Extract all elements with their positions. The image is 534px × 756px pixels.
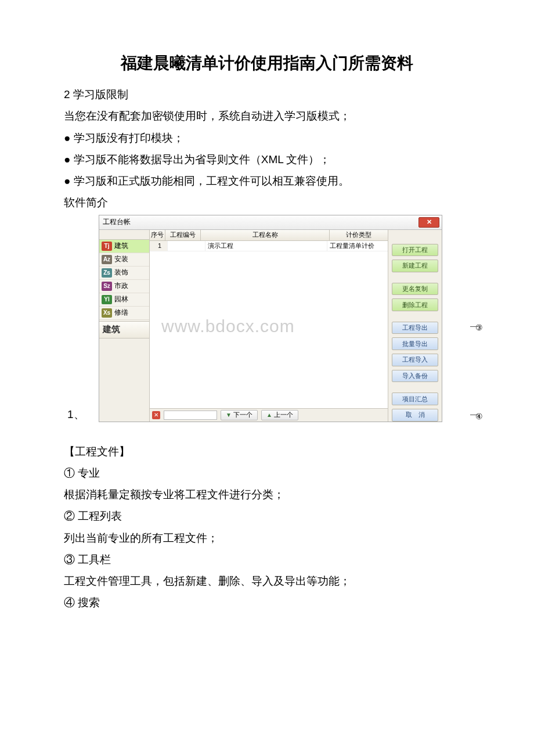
sidebar-current-category: 建筑 <box>99 321 149 339</box>
callout-line <box>470 415 478 415</box>
open-project-button[interactable]: 打开工程 <box>392 244 438 257</box>
category-icon: Zs <box>102 268 112 278</box>
next-button[interactable]: ▼ 下一个 <box>221 410 258 420</box>
close-icon: ✕ <box>427 218 432 226</box>
titlebar: 工程台帐 ✕ <box>99 215 442 230</box>
cell-code <box>168 241 205 251</box>
sidebar-item-label: 市政 <box>114 281 128 291</box>
table-row[interactable]: 1 演示工程 工程量清单计价 <box>150 241 388 251</box>
category-icon: Az <box>102 255 112 264</box>
bullet: ● 学习版不能将数据导出为省导则文件（XML 文件）； <box>64 150 470 169</box>
callout-4: ④ <box>475 412 483 421</box>
category-icon: Xs <box>102 308 112 318</box>
project-list-panel: 序号 工程编号 工程名称 计价类型 1 演示工程 工程量清单计价 www.bdo… <box>150 230 388 422</box>
arrow-up-icon: ▲ <box>266 412 272 418</box>
paragraph: 列出当前专业的所有工程文件； <box>64 528 470 548</box>
sidebar-item-repair[interactable]: Xs 修缮 <box>99 307 149 320</box>
sidebar-item-label: 装饰 <box>114 268 128 278</box>
button-label: 下一个 <box>233 411 252 419</box>
sidebar-item-label: 园林 <box>114 294 128 304</box>
sidebar-item-garden[interactable]: Yl 园林 <box>99 293 149 307</box>
section-heading: 软件简介 <box>64 193 470 212</box>
arrow-down-icon: ▼ <box>226 412 232 418</box>
category-icon: Sz <box>102 282 112 291</box>
new-project-button[interactable]: 新建工程 <box>392 260 438 272</box>
sidebar-item-label: 建筑 <box>114 241 128 251</box>
sidebar-item-municipal[interactable]: Sz 市政 <box>99 280 149 293</box>
batch-export-button[interactable]: 批量导出 <box>392 337 438 350</box>
cell-index: 1 <box>150 241 168 251</box>
cell-name: 演示工程 <box>205 241 327 251</box>
bullet: ● 学习版没有打印模块； <box>64 128 470 147</box>
watermark: www.bdocx.com <box>161 316 295 336</box>
callout-label: ② 工程列表 <box>64 506 470 525</box>
delete-project-button[interactable]: 删除工程 <box>392 298 438 311</box>
callout-label: ④ 搜索 <box>64 593 470 612</box>
export-project-button[interactable]: 工程导出 <box>392 322 438 334</box>
col-header-type[interactable]: 计价类型 <box>330 230 388 240</box>
search-input[interactable] <box>164 411 217 420</box>
category-sidebar: Tj 建筑 Az 安装 Zs 装饰 Sz 市政 <box>99 230 150 422</box>
paragraph: 当您在没有配套加密锁使用时，系统自动进入学习版模式； <box>64 106 470 125</box>
paragraph: 根据消耗量定额按专业将工程文件进行分类； <box>64 485 470 504</box>
col-header-code[interactable]: 工程编号 <box>165 230 201 240</box>
figure-number: 1、 <box>67 407 85 422</box>
import-backup-button[interactable]: 导入备份 <box>392 370 438 383</box>
bullet: ● 学习版和正式版功能相同，工程文件可以相互兼容使用。 <box>64 171 470 190</box>
project-summary-button[interactable]: 项目汇总 <box>392 393 438 405</box>
rename-copy-button[interactable]: 更名复制 <box>392 283 438 296</box>
button-label: 上一个 <box>274 411 293 419</box>
section-heading: 【工程文件】 <box>64 442 470 461</box>
sidebar-item-label: 修缮 <box>114 308 128 318</box>
sidebar-item-label: 安装 <box>114 254 128 264</box>
sidebar-item-install[interactable]: Az 安装 <box>99 253 149 267</box>
app-window: 工程台帐 ✕ Tj 建筑 Az 安装 <box>99 215 442 422</box>
col-header-name[interactable]: 工程名称 <box>201 230 330 240</box>
sidebar-item-decoration[interactable]: Zs 装饰 <box>99 267 149 280</box>
clear-search-button[interactable]: ✕ <box>152 411 160 419</box>
col-header-index[interactable]: 序号 <box>150 230 165 240</box>
toolbar: 打开工程 新建工程 更名复制 删除工程 工程导出 批量导出 工程导入 导入备份 … <box>388 230 442 422</box>
callout-line <box>470 326 478 327</box>
prev-button[interactable]: ▲ 上一个 <box>261 410 298 420</box>
grid-body[interactable]: 1 演示工程 工程量清单计价 www.bdocx.com <box>150 241 388 408</box>
search-bar: ✕ ▼ 下一个 ▲ 上一个 <box>150 408 388 422</box>
callout-label: ① 专业 <box>64 463 470 483</box>
paragraph: 工程文件管理工具，包括新建、删除、导入及导出等功能； <box>64 571 470 591</box>
category-icon: Tj <box>102 242 112 251</box>
section-heading: 2 学习版限制 <box>64 85 470 104</box>
close-button[interactable]: ✕ <box>418 217 439 228</box>
callout-label: ③ 工具栏 <box>64 550 470 569</box>
category-icon: Yl <box>102 295 112 304</box>
sidebar-header-spacer <box>99 230 149 240</box>
import-project-button[interactable]: 工程导入 <box>392 354 438 366</box>
callout-3: ③ <box>475 323 483 332</box>
close-icon: ✕ <box>154 412 158 418</box>
page-title: 福建晨曦清单计价使用指南入门所需资料 <box>64 52 470 74</box>
cell-type: 工程量清单计价 <box>327 241 388 251</box>
cancel-button[interactable]: 取 消 <box>392 409 438 422</box>
sidebar-item-construction[interactable]: Tj 建筑 <box>99 240 149 253</box>
grid-header: 序号 工程编号 工程名称 计价类型 <box>150 230 388 241</box>
window-title: 工程台帐 <box>102 217 131 227</box>
